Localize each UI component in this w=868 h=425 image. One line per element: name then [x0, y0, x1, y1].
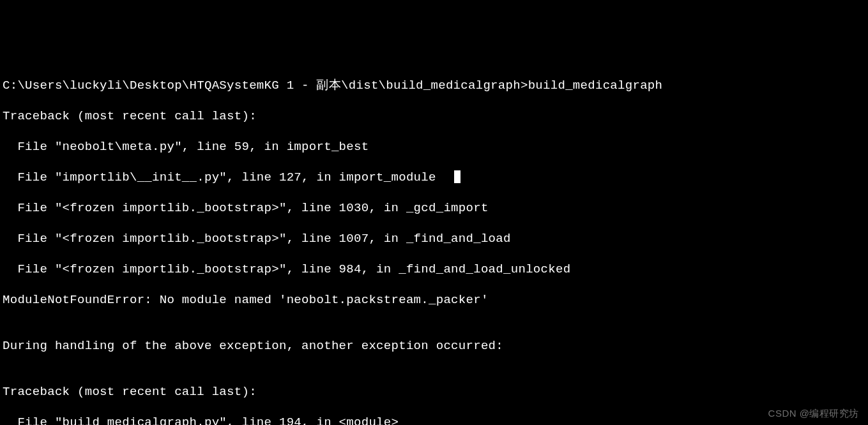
- prompt-line: C:\Users\luckyli\Desktop\HTQASystemKG 1 …: [3, 78, 865, 93]
- output-line: During handling of the above exception, …: [3, 338, 865, 354]
- output-line: File "build_medicalgraph.py", line 194, …: [3, 415, 865, 425]
- output-line: File "neobolt\meta.py", line 59, in impo…: [3, 139, 865, 154]
- terminal-area[interactable]: C:\Users\luckyli\Desktop\HTQASystemKG 1 …: [3, 63, 865, 425]
- output-line: File "<frozen importlib._bootstrap>", li…: [3, 262, 865, 277]
- output-line: Traceback (most recent call last):: [3, 384, 865, 399]
- output-line: ModuleNotFoundError: No module named 'ne…: [3, 292, 865, 308]
- command-text: build_medicalgraph: [528, 78, 663, 93]
- output-line: File "<frozen importlib._bootstrap>", li…: [3, 200, 865, 216]
- text-cursor: [454, 170, 461, 183]
- output-line: Traceback (most recent call last):: [3, 108, 865, 124]
- output-line: File "<frozen importlib._bootstrap>", li…: [3, 231, 865, 246]
- watermark-text: CSDN @编程研究坊: [768, 406, 859, 421]
- prompt-path: C:\Users\luckyli\Desktop\HTQASystemKG 1 …: [3, 78, 528, 93]
- output-line: File "importlib\__init__.py", line 127, …: [3, 170, 865, 185]
